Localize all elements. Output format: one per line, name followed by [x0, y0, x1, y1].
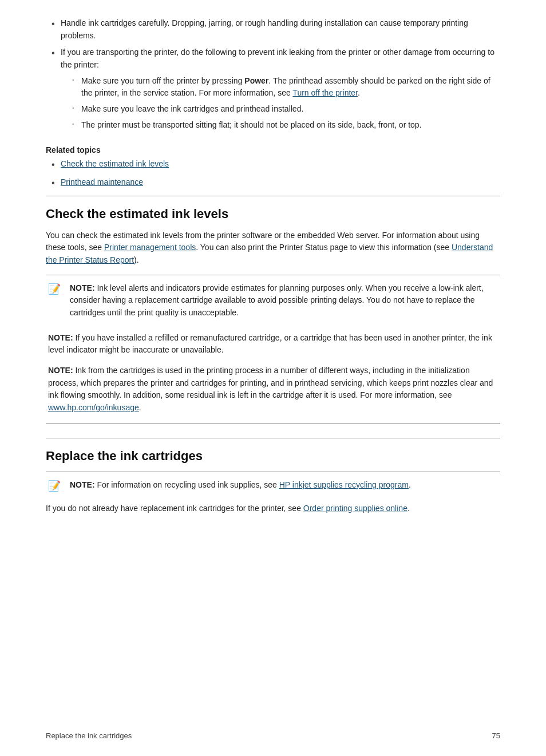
link-order-printing-supplies[interactable]: Order printing supplies online [303, 504, 407, 513]
sub-bullet-marker-3: ◦ [72, 119, 81, 129]
related-topic-item-1: • Check the estimated ink levels [46, 158, 500, 172]
note-label-3: NOTE: [48, 366, 75, 375]
footer-label: Replace the ink cartridges [46, 731, 132, 740]
sub-bullet-item-1: ◦ Make sure you turn off the printer by … [61, 75, 500, 100]
related-topics-list: • Check the estimated ink levels • Print… [46, 158, 500, 190]
link-turn-off-printer[interactable]: Turn off the printer [292, 88, 358, 97]
related-topics-section: Related topics • Check the estimated ink… [46, 145, 500, 190]
section2-note-label: NOTE: [70, 480, 97, 489]
related-topic-bullet-1: • [52, 158, 61, 172]
related-topic-link-2[interactable]: Printhead maintenance [61, 176, 500, 189]
note-row-3: NOTE: Ink from the cartridges is used in… [46, 359, 500, 417]
note-label-2: NOTE: [48, 333, 75, 342]
section2-body: If you do not already have replacement i… [46, 502, 500, 515]
link-printer-management-tools[interactable]: Printer management tools [104, 243, 196, 252]
footer-page-number: 75 [492, 731, 500, 740]
section2-note-icon: 📝 [48, 479, 66, 493]
bullet-text-1: Handle ink cartridges carefully. Droppin… [61, 17, 500, 42]
page: • Handle ink cartridges carefully. Dropp… [0, 0, 546, 756]
link-hp-inkjet-recycling[interactable]: HP inkjet supplies recycling program [279, 480, 409, 489]
sub-bullet-item-3: ◦ The printer must be transported sittin… [61, 119, 500, 132]
sub-bullet-item-2: ◦ Make sure you leave the ink cartridges… [61, 103, 500, 116]
bullet-item-1: • Handle ink cartridges carefully. Dropp… [46, 17, 500, 42]
sub-bullet-text-3: The printer must be transported sitting … [81, 119, 500, 132]
section2-sub-divider [46, 472, 500, 472]
bullet-item-2: • If you are transporting the printer, d… [46, 46, 500, 134]
section2-note-content: NOTE: For information on recycling used … [70, 479, 498, 492]
note-row-1: 📝 NOTE: Ink level alerts and indicators … [46, 282, 500, 319]
section1-body: You can check the estimated ink levels f… [46, 229, 500, 267]
section1-note-box: 📝 NOTE: Ink level alerts and indicators … [46, 275, 500, 424]
note-icon-1: 📝 [48, 282, 66, 296]
sub-bullet-text-2: Make sure you leave the ink cartridges a… [81, 103, 500, 116]
note-content-1: NOTE: Ink level alerts and indicators pr… [70, 282, 498, 319]
related-topics-title: Related topics [46, 145, 500, 155]
related-topic-link-1[interactable]: Check the estimated ink levels [61, 158, 500, 171]
sub-bullet-list: ◦ Make sure you turn off the printer by … [61, 75, 500, 132]
note-row-2: NOTE: If you have installed a refilled o… [46, 326, 500, 359]
section1-top-divider [46, 196, 500, 196]
section1-heading: Check the estimated ink levels [46, 207, 500, 221]
link-inkusage[interactable]: www.hp.com/go/inkusage [48, 403, 139, 412]
sub-bullet-marker-1: ◦ [72, 75, 81, 85]
section2-top-divider [46, 438, 500, 438]
section2-note-row: 📝 NOTE: For information on recycling use… [46, 479, 500, 493]
page-footer: Replace the ink cartridges 75 [46, 731, 500, 740]
related-topic-bullet-2: • [52, 176, 61, 190]
related-topic-item-2: • Printhead maintenance [46, 176, 500, 190]
sub-bullet-marker-2: ◦ [72, 103, 81, 113]
bullet-marker-1: • [52, 17, 61, 31]
section2-heading: Replace the ink cartridges [46, 449, 500, 464]
bullet-text-2: If you are transporting the printer, do … [61, 46, 500, 134]
bullet-marker-2: • [52, 46, 61, 60]
intro-bullet-list: • Handle ink cartridges carefully. Dropp… [46, 17, 500, 135]
sub-bullet-text-1: Make sure you turn off the printer by pr… [81, 75, 500, 100]
note-label-1: NOTE: [70, 283, 97, 292]
